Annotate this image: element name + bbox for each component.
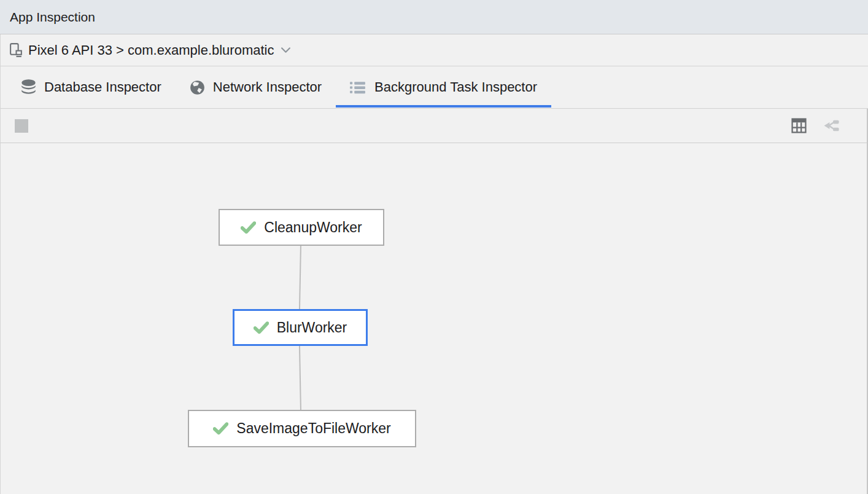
edge-cleanup-to-blur	[300, 246, 301, 309]
panel-title: App Inspection	[10, 10, 95, 25]
device-process-selector[interactable]: Pixel 6 API 33 > com.example.bluromatic	[0, 34, 868, 66]
worker-graph-canvas[interactable]: CleanupWorker BlurWorker SaveImageToFile…	[0, 143, 868, 494]
tab-label: Database Inspector	[44, 79, 161, 95]
panel-header: App Inspection	[0, 0, 868, 34]
inspector-toolbar	[0, 109, 868, 143]
check-icon	[254, 321, 269, 334]
stop-icon	[15, 119, 28, 133]
graph-view-button[interactable]	[823, 118, 840, 133]
table-view-button[interactable]	[791, 118, 807, 133]
check-icon	[213, 422, 228, 435]
devices-icon	[9, 42, 23, 58]
tab-network-inspector[interactable]: Network Inspector	[176, 66, 336, 108]
stop-inspector-button[interactable]	[15, 119, 28, 133]
app-inspection-window: App Inspection Pixel 6 API 33 > com.exam…	[0, 0, 868, 494]
worker-node-label: BlurWorker	[277, 320, 347, 336]
worker-node-saveimagetofileworker[interactable]: SaveImageToFileWorker	[188, 410, 416, 447]
worker-node-label: SaveImageToFileWorker	[236, 420, 390, 437]
tab-database-inspector[interactable]: Database Inspector	[7, 66, 176, 108]
inspector-tabbar: Database Inspector Network Inspector	[0, 66, 868, 109]
task-list-icon	[350, 80, 366, 95]
globe-icon	[190, 80, 205, 95]
edge-blur-to-save	[300, 346, 301, 410]
database-icon	[21, 79, 36, 96]
table-view-icon	[791, 118, 807, 133]
tab-label: Background Task Inspector	[374, 79, 537, 95]
worker-node-cleanupworker[interactable]: CleanupWorker	[219, 209, 384, 246]
chevron-down-icon	[281, 47, 290, 53]
check-icon	[241, 221, 256, 234]
worker-graph-edges	[1, 143, 867, 494]
tab-label: Network Inspector	[213, 79, 322, 95]
worker-node-blurworker[interactable]: BlurWorker	[233, 309, 368, 346]
worker-node-label: CleanupWorker	[264, 219, 362, 236]
tab-background-task-inspector[interactable]: Background Task Inspector	[336, 66, 551, 108]
graph-view-icon	[823, 118, 840, 133]
device-process-label: Pixel 6 API 33 > com.example.bluromatic	[28, 42, 274, 58]
